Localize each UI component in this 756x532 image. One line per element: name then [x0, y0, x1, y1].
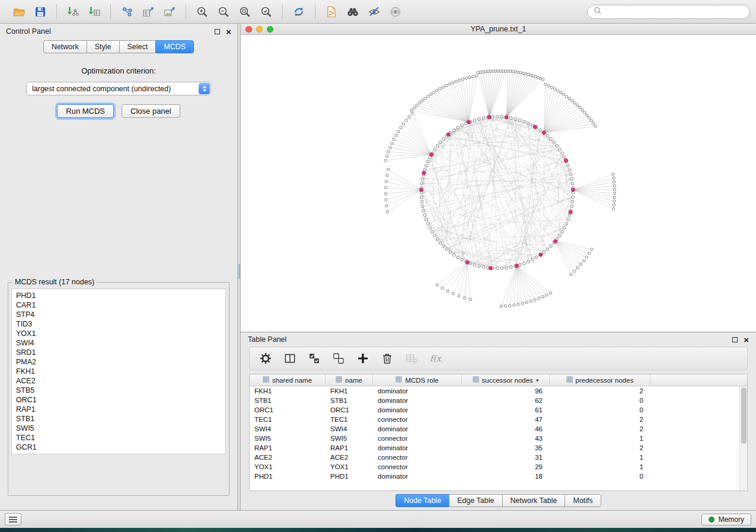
- splitter-handle-icon[interactable]: [238, 264, 240, 279]
- cell: STB1: [250, 397, 326, 404]
- close-window-icon[interactable]: [245, 26, 252, 33]
- share-document-icon[interactable]: [322, 3, 341, 21]
- show-columns-icon[interactable]: [282, 351, 298, 366]
- table-scrollbar[interactable]: [739, 386, 747, 491]
- maximize-window-icon[interactable]: [267, 26, 273, 33]
- tab-select[interactable]: Select: [119, 40, 156, 53]
- status-bar: Memory: [0, 510, 756, 528]
- table-settings-gear-icon[interactable]: [258, 351, 273, 366]
- scrollbar-thumb[interactable]: [741, 387, 747, 444]
- column-header-mcds-role[interactable]: MCDS role: [373, 374, 462, 386]
- table-row-rap1[interactable]: RAP1RAP1dominator352: [250, 443, 747, 453]
- result-node-stb5[interactable]: STB5: [12, 386, 225, 395]
- add-column-icon[interactable]: [355, 351, 371, 366]
- import-network-from-file-icon[interactable]: [63, 3, 82, 21]
- float-panel-icon[interactable]: [215, 29, 220, 34]
- memory-button[interactable]: Memory: [701, 514, 751, 525]
- table-row-yox1[interactable]: YOX1YOX1connector291: [250, 462, 747, 472]
- result-node-gcr1[interactable]: GCR1: [12, 443, 225, 452]
- network-title: YPA_prune.txt_1: [241, 25, 756, 33]
- cell: 47: [462, 416, 550, 423]
- table-row-stb1[interactable]: STB1STB1dominator620: [250, 396, 747, 405]
- open-session-icon[interactable]: [9, 3, 28, 21]
- table-row-tec1[interactable]: TEC1TEC1connector472: [250, 415, 747, 424]
- zoom-selected-icon[interactable]: [257, 3, 276, 21]
- column-grid-icon: [566, 376, 573, 384]
- criterion-value: largest connected component (undirected): [32, 85, 171, 93]
- criterion-dropdown[interactable]: largest connected component (undirected): [26, 82, 211, 95]
- control-tabs: NetworkStyleSelectMCDS: [0, 39, 237, 53]
- export-network-icon[interactable]: [117, 3, 136, 21]
- result-node-ace2[interactable]: ACE2: [12, 376, 225, 386]
- table-row-orc1[interactable]: ORC1ORC1dominator610: [250, 405, 747, 415]
- close-panel-button[interactable]: Close panel: [122, 104, 180, 118]
- result-node-swi4[interactable]: SWI4: [12, 338, 225, 348]
- result-node-srd1[interactable]: SRD1: [12, 348, 225, 357]
- column-header-successor-nodes[interactable]: successor nodes▾: [462, 374, 550, 386]
- show-graphics-icon[interactable]: [386, 3, 405, 21]
- column-grid-icon: [336, 376, 342, 384]
- zoom-fit-icon[interactable]: [235, 3, 254, 21]
- control-panel-title: Control Panel: [6, 27, 51, 36]
- panel-menu-button[interactable]: [5, 513, 21, 525]
- table-row-phd1[interactable]: PHD1PHD1dominator180: [250, 472, 747, 481]
- select-all-rows-icon[interactable]: [307, 351, 322, 366]
- save-session-icon[interactable]: [31, 3, 50, 21]
- minimize-window-icon[interactable]: [256, 26, 263, 33]
- result-node-phd1[interactable]: PHD1: [12, 291, 225, 300]
- node-table: shared namenameMCDS rolesuccessor nodes▾…: [249, 374, 748, 491]
- toggle-graphics-details-icon[interactable]: [365, 3, 384, 21]
- search-binoculars-icon[interactable]: [343, 3, 362, 21]
- refresh-layout-icon[interactable]: [289, 3, 308, 21]
- result-node-yox1[interactable]: YOX1: [12, 329, 225, 338]
- result-node-tid3[interactable]: TID3: [12, 319, 225, 329]
- table-row-ace2[interactable]: ACE2ACE2connector311: [250, 453, 747, 462]
- result-node-stp4[interactable]: STP4: [12, 310, 225, 319]
- network-canvas[interactable]: [241, 35, 756, 332]
- tab-network-table[interactable]: Network Table: [502, 494, 565, 507]
- close-table-icon[interactable]: ×: [744, 335, 749, 344]
- result-node-fkh1[interactable]: FKH1: [12, 367, 225, 376]
- search-box[interactable]: [587, 5, 750, 19]
- tab-network[interactable]: Network: [43, 40, 87, 53]
- column-header-predecessor-nodes[interactable]: predecessor nodes: [550, 374, 650, 386]
- result-node-pma2[interactable]: PMA2: [12, 357, 225, 367]
- table-row-swi4[interactable]: SWI4SWI4dominator462: [250, 424, 747, 434]
- cell: connector: [373, 463, 462, 470]
- tab-style[interactable]: Style: [87, 40, 119, 53]
- result-node-rap1[interactable]: RAP1: [12, 405, 225, 414]
- search-input[interactable]: [606, 8, 744, 16]
- network-titlebar[interactable]: YPA_prune.txt_1: [241, 24, 756, 35]
- dropdown-stepper-icon: [199, 83, 210, 94]
- tab-edge-table[interactable]: Edge Table: [449, 494, 502, 507]
- result-node-swi5[interactable]: SWI5: [12, 424, 225, 433]
- control-panel-header: Control Panel ×: [0, 24, 237, 39]
- tab-motifs[interactable]: Motifs: [564, 494, 601, 507]
- column-header-shared-name[interactable]: shared name: [250, 374, 326, 386]
- zoom-in-icon[interactable]: [193, 3, 212, 21]
- deselect-all-rows-icon[interactable]: [331, 351, 346, 366]
- cell: SWI4: [326, 425, 373, 432]
- tab-node-table[interactable]: Node Table: [395, 494, 449, 507]
- zoom-out-icon[interactable]: [214, 3, 233, 21]
- delete-columns-icon[interactable]: [379, 351, 395, 366]
- main-area: Control Panel × NetworkStyleSelectMCDS O…: [0, 24, 756, 510]
- column-header-name[interactable]: name: [326, 374, 373, 386]
- export-table-icon[interactable]: [139, 3, 158, 21]
- cell: 18: [462, 473, 550, 480]
- tab-mcds[interactable]: MCDS: [155, 40, 194, 53]
- chevron-down-icon: ▾: [536, 377, 539, 383]
- cell: SWI5: [326, 435, 373, 442]
- result-node-stb1[interactable]: STB1: [12, 414, 225, 424]
- table-row-swi5[interactable]: SWI5SWI5connector431: [250, 434, 747, 443]
- close-panel-icon[interactable]: ×: [226, 27, 231, 36]
- table-row-fkh1[interactable]: FKH1FKH1dominator962: [250, 386, 747, 396]
- run-mcds-button[interactable]: Run MCDS: [57, 104, 114, 118]
- export-image-icon[interactable]: [160, 3, 179, 21]
- result-node-orc1[interactable]: ORC1: [12, 395, 225, 405]
- float-table-icon[interactable]: [732, 337, 738, 342]
- result-node-tec1[interactable]: TEC1: [12, 433, 225, 443]
- import-table-from-file-icon[interactable]: [85, 3, 104, 21]
- result-node-car1[interactable]: CAR1: [12, 300, 225, 310]
- cell: YOX1: [326, 463, 373, 470]
